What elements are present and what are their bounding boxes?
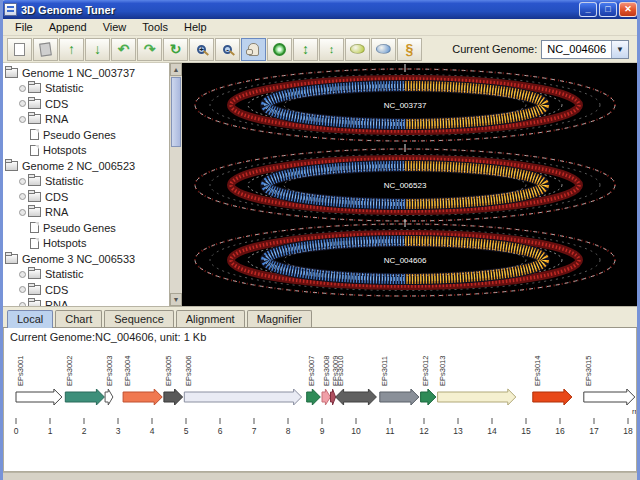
tree-node-cds[interactable]: CDS xyxy=(5,96,169,112)
tree-node-label: Statistic xyxy=(45,82,84,94)
gene-label: EPs3001 xyxy=(16,356,25,386)
tab-magnifier[interactable]: Magnifier xyxy=(247,310,312,327)
genome-rings-canvas[interactable]: NC_003737NC_006523NC_004606 xyxy=(182,63,628,306)
gene-arrow-EPs3011[interactable] xyxy=(380,389,419,405)
tree-node-rna[interactable]: RNA xyxy=(5,298,169,307)
snapshot-button[interactable] xyxy=(33,38,58,61)
gene-arrow-EPs3007[interactable] xyxy=(307,389,321,405)
scroll-down-icon[interactable]: ▼ xyxy=(170,293,182,306)
fit-vertical-button[interactable]: ↕ xyxy=(319,38,344,61)
gene-arrow-EPs3003[interactable] xyxy=(105,389,113,405)
tree-node-label: Genome 3 NC_006533 xyxy=(22,253,135,265)
helix-button[interactable]: § xyxy=(397,38,422,61)
gene-arrow-EPs3012[interactable] xyxy=(421,389,436,405)
tab-alignment[interactable]: Alignment xyxy=(176,310,245,327)
gene-arrow-EPs3016[interactable] xyxy=(637,389,638,405)
tree-node-rna[interactable]: RNA xyxy=(5,205,169,221)
gene-arrow-EPs3015[interactable] xyxy=(584,389,635,405)
tree-node-genome-2[interactable]: Genome 2 NC_006523 xyxy=(5,158,169,174)
menu-item-file[interactable]: File xyxy=(7,20,41,34)
tree-node-pseudo-genes[interactable]: Pseudo Genes xyxy=(5,127,169,143)
menu-item-tools[interactable]: Tools xyxy=(134,20,176,34)
tree-node-statistic[interactable]: Statistic xyxy=(5,174,169,190)
undo-button[interactable]: ↶ xyxy=(111,38,136,61)
scrollbar-thumb[interactable] xyxy=(171,77,181,147)
tree-node-hotspots[interactable]: Hotspots xyxy=(5,236,169,252)
tree-node-cds[interactable]: CDS xyxy=(5,189,169,205)
tree-node-genome-1[interactable]: Genome 1 NC_003737 xyxy=(5,65,169,81)
menu-item-help[interactable]: Help xyxy=(176,20,215,34)
expand-handle-icon[interactable] xyxy=(19,100,26,107)
title-bar[interactable]: 3D Genome Tuner _ □ ✕ xyxy=(0,0,640,19)
menu-item-view[interactable]: View xyxy=(95,20,135,34)
tree-node-cds[interactable]: CDS xyxy=(5,282,169,298)
zoom-out-button[interactable]: - xyxy=(215,38,240,61)
gene-label: EPs3011 xyxy=(380,356,389,386)
gene-arrow-EPs3005[interactable] xyxy=(164,389,183,405)
expand-handle-icon[interactable] xyxy=(19,85,26,92)
zoom-in-button[interactable]: + xyxy=(189,38,214,61)
globe-3d-button[interactable] xyxy=(345,38,370,61)
expand-handle-icon[interactable] xyxy=(19,178,26,185)
ruler-number: 2 xyxy=(82,426,87,436)
genome-tree[interactable]: Genome 1 NC_003737StatisticCDSRNAPseudo … xyxy=(3,63,169,306)
ruler-number: 12 xyxy=(419,426,429,436)
tab-local[interactable]: Local xyxy=(7,310,53,328)
ruler-number: 14 xyxy=(487,426,497,436)
expand-handle-icon[interactable] xyxy=(19,193,26,200)
target-button[interactable] xyxy=(267,38,292,61)
gene-arrow-EPs3013[interactable] xyxy=(438,389,516,405)
tree-node-label: Statistic xyxy=(45,268,84,280)
tree-node-label: RNA xyxy=(45,113,68,125)
close-button[interactable]: ✕ xyxy=(619,2,637,17)
tab-sequence[interactable]: Sequence xyxy=(104,310,174,327)
refresh-button[interactable]: ↻ xyxy=(163,38,188,61)
gene-arrow-EPs3010[interactable] xyxy=(336,389,377,405)
tree-node-statistic[interactable]: Statistic xyxy=(5,267,169,283)
toolbar: ↑↓↶↷↻+-↕↕§ Current Genome: NC_004606 ▼ xyxy=(3,36,637,63)
maximize-button[interactable]: □ xyxy=(599,2,617,17)
gene-track[interactable]: EPs3001EPs3002EPs3003EPs3004EPs3005EPs30… xyxy=(4,344,637,446)
tree-node-genome-3[interactable]: Genome 3 NC_006533 xyxy=(5,251,169,267)
scrollbar-track[interactable] xyxy=(170,148,182,293)
arrow-up-icon: ↑ xyxy=(68,42,75,56)
hand-tool-button[interactable] xyxy=(241,38,266,61)
minimize-button[interactable]: _ xyxy=(579,2,597,17)
scroll-up-icon[interactable]: ▲ xyxy=(170,63,182,76)
genome-3d-viewer[interactable]: NC_003737NC_006523NC_004606 xyxy=(182,63,637,306)
arrow-down-button[interactable]: ↓ xyxy=(85,38,110,61)
tree-node-hotspots[interactable]: Hotspots xyxy=(5,143,169,159)
current-genome-combobox[interactable]: NC_004606 ▼ xyxy=(541,40,629,59)
tab-chart[interactable]: Chart xyxy=(55,310,102,327)
expand-vertical-button[interactable]: ↕ xyxy=(293,38,318,61)
gene-arrow-EPs3006[interactable] xyxy=(184,389,301,405)
tree-node-label: RNA xyxy=(45,299,68,306)
expand-handle-icon[interactable] xyxy=(19,286,26,293)
tree-scrollbar[interactable]: ▲ ▼ xyxy=(169,63,182,306)
chevron-down-icon[interactable]: ▼ xyxy=(611,41,628,58)
expand-handle-icon[interactable] xyxy=(19,209,26,216)
expand-handle-icon[interactable] xyxy=(19,271,26,278)
redo-button[interactable]: ↷ xyxy=(137,38,162,61)
gene-arrow-EPs3009[interactable] xyxy=(331,389,336,405)
gene-arrow-EPs3001[interactable] xyxy=(16,389,62,405)
local-panel-fill xyxy=(4,446,636,471)
ruler-number: 13 xyxy=(453,426,463,436)
balloon-button[interactable] xyxy=(371,38,396,61)
gene-arrow-EPs3014[interactable] xyxy=(533,389,572,405)
expand-handle-icon[interactable] xyxy=(19,116,26,123)
arrow-up-button[interactable]: ↑ xyxy=(59,38,84,61)
expand-handle-icon[interactable] xyxy=(19,302,26,306)
genome-ring[interactable]: NC_006523 xyxy=(195,144,615,221)
ruler-number: 3 xyxy=(116,426,121,436)
new-file-button[interactable] xyxy=(7,38,32,61)
tree-node-rna[interactable]: RNA xyxy=(5,112,169,128)
menu-item-append[interactable]: Append xyxy=(41,20,95,34)
gene-arrow-EPs3002[interactable] xyxy=(65,389,104,405)
tree-node-statistic[interactable]: Statistic xyxy=(5,81,169,97)
tree-node-pseudo-genes[interactable]: Pseudo Genes xyxy=(5,220,169,236)
gene-arrow-EPs3004[interactable] xyxy=(123,389,162,405)
gene-arrow-EPs3008[interactable] xyxy=(322,389,331,405)
genome-ring[interactable]: NC_003737 xyxy=(195,64,615,141)
genome-ring[interactable]: NC_004606 xyxy=(195,219,615,296)
